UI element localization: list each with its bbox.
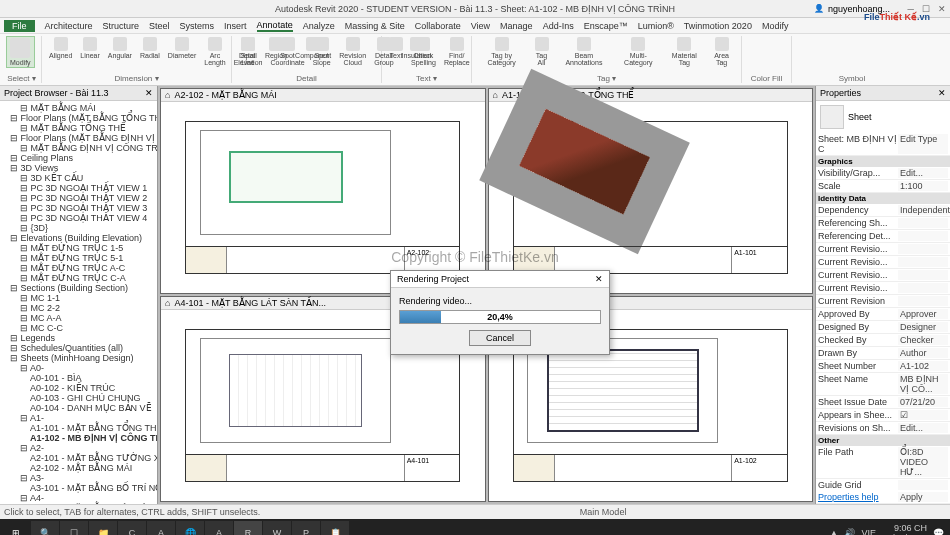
taskbar-app[interactable]: A	[205, 521, 233, 535]
tree-item[interactable]: ⊟ MC 2-2	[2, 303, 155, 313]
tool-button[interactable]: Area Tag	[706, 36, 737, 67]
modify-button[interactable]: Modify	[6, 36, 35, 68]
task-view-button[interactable]: ☐	[60, 521, 88, 535]
tree-item[interactable]: ⊟ Sections (Building Section)	[2, 283, 155, 293]
tab-modify[interactable]: Modify	[762, 21, 789, 31]
system-tray[interactable]: ▲🔊VIE 9:06 CH21/07/2020 💬	[830, 523, 948, 535]
property-row[interactable]: Designed ByDesigner	[816, 321, 950, 334]
tree-item[interactable]: ⊟ Elevations (Building Elevation)	[2, 233, 155, 243]
tree-item[interactable]: ⊟ MẶT ĐỨNG TRỤC 1-5	[2, 243, 155, 253]
tab-architecture[interactable]: Architecture	[45, 21, 93, 31]
tool-button[interactable]: Multi- Category	[614, 36, 662, 67]
search-button[interactable]: 🔍	[31, 521, 59, 535]
tree-item[interactable]: A1-102 - MB ĐỊNH VỊ CÔNG TRÌNH	[2, 433, 155, 443]
tree-item[interactable]: A0-102 - KIẾN TRÚC	[2, 383, 155, 393]
tab-collaborate[interactable]: Collaborate	[415, 21, 461, 31]
tree-item[interactable]: ⊟ A4-	[2, 493, 155, 503]
close-icon[interactable]: ✕	[595, 274, 603, 284]
tree-item[interactable]: ⊟ PC 3D NGOẠI THẤT VIEW 4	[2, 213, 155, 223]
start-button[interactable]: ⊞	[2, 521, 30, 535]
property-row[interactable]: Guide Grid	[816, 479, 950, 491]
tree-item[interactable]: ⊟ Legends	[2, 333, 155, 343]
tree-item[interactable]: ⊟ MẶT BẰNG ĐỊNH VỊ CÔNG TRÌNH	[2, 143, 155, 153]
tab-steel[interactable]: Steel	[149, 21, 170, 31]
apply-button[interactable]: Apply	[898, 492, 948, 502]
property-row[interactable]: Appears in Shee...☑	[816, 409, 950, 422]
tree-item[interactable]: ⊟ A1-	[2, 413, 155, 423]
taskbar-app[interactable]: C	[118, 521, 146, 535]
tree-item[interactable]: ⊟ 3D KẾT CẤU	[2, 173, 155, 183]
tab-massing[interactable]: Massing & Site	[345, 21, 405, 31]
tree-item[interactable]: ⊟ A3-	[2, 473, 155, 483]
tree-item[interactable]: ⊟ MC A-A	[2, 313, 155, 323]
tree-item[interactable]: ⊟ {3D}	[2, 223, 155, 233]
tool-button[interactable]: Find/ Replace	[441, 36, 473, 67]
viewport-1[interactable]: ⌂A2-102 - MẶT BẰNG MÁI A2-102	[160, 88, 486, 294]
tab-addins[interactable]: Add-Ins	[543, 21, 574, 31]
tool-button[interactable]: Text	[386, 36, 406, 60]
tree-item[interactable]: ⊟ MẶT ĐỨNG TRỤC A-C	[2, 263, 155, 273]
tree-item[interactable]: ⊟ A0-	[2, 363, 155, 373]
tool-button[interactable]: Diameter	[165, 36, 199, 60]
property-row[interactable]: Current Revisio...	[816, 256, 950, 269]
home-icon[interactable]: ⌂	[165, 298, 170, 308]
tab-twinmotion[interactable]: Twinmotion 2020	[684, 21, 752, 31]
tool-button[interactable]: Detail Line	[236, 36, 260, 67]
tree-item[interactable]: ⊟ MẶT ĐỨNG TRỤC C-A	[2, 273, 155, 283]
tree-item[interactable]: ⊟ MC C-C	[2, 323, 155, 333]
property-row[interactable]: Scale1:100	[816, 180, 950, 193]
tab-annotate[interactable]: Annotate	[257, 20, 293, 32]
home-icon[interactable]: ⌂	[493, 90, 498, 100]
property-row[interactable]: Approved ByApprover	[816, 308, 950, 321]
tool-button[interactable]: Tag All	[529, 36, 553, 67]
tool-button[interactable]: Revision Cloud	[336, 36, 369, 67]
property-row[interactable]: File PathỔI:8D VIDEO HƯ...	[816, 446, 950, 479]
tab-lumion[interactable]: Lumion®	[638, 21, 674, 31]
property-row[interactable]: Referencing Sh...	[816, 217, 950, 230]
project-tree[interactable]: ⊟ MẶT BẰNG MÁI⊟ Floor Plans (MẶT BẰNG TỔ…	[0, 101, 157, 504]
tool-button[interactable]: Linear	[77, 36, 102, 60]
close-icon[interactable]: ✕	[938, 88, 946, 98]
tool-button[interactable]: Beam Annotations	[556, 36, 613, 67]
tab-insert[interactable]: Insert	[224, 21, 247, 31]
tree-item[interactable]: A3-101 - MẶT BẰNG BỐ TRÍ NỘI THẤT TẦNG	[2, 483, 155, 493]
file-tab[interactable]: File	[4, 20, 35, 32]
tree-item[interactable]: A0-104 - DANH MỤC BẢN VẼ	[2, 403, 155, 413]
taskbar-app[interactable]: A	[147, 521, 175, 535]
tool-button[interactable]: Arc Length	[201, 36, 228, 67]
tree-item[interactable]: ⊟ Sheets (MinhHoang Design)	[2, 353, 155, 363]
tab-structure[interactable]: Structure	[103, 21, 140, 31]
tree-item[interactable]: ⊟ PC 3D NGOẠI THẤT VIEW 1	[2, 183, 155, 193]
property-row[interactable]: Sheet NumberA1-102	[816, 360, 950, 373]
tree-item[interactable]: ⊟ Ceiling Plans	[2, 153, 155, 163]
tree-item[interactable]: A0-103 - GHI CHÚ CHUNG	[2, 393, 155, 403]
taskbar-app[interactable]: 📋	[321, 521, 349, 535]
property-row[interactable]: Drawn ByAuthor	[816, 347, 950, 360]
property-row[interactable]: Current Revision	[816, 295, 950, 308]
tool-button[interactable]: Component	[292, 36, 334, 60]
tab-manage[interactable]: Manage	[500, 21, 533, 31]
tree-item[interactable]: ⊟ MẶT BẰNG TỔNG THỂ	[2, 123, 155, 133]
home-icon[interactable]: ⌂	[165, 90, 170, 100]
tab-enscape[interactable]: Enscape™	[584, 21, 628, 31]
viewport-2[interactable]: ⌂A1-101 - MẶT BẰNG TỔNG THỂ A1-101	[488, 88, 814, 294]
taskbar-app[interactable]: R	[234, 521, 262, 535]
property-row[interactable]: Current Revisio...	[816, 269, 950, 282]
taskbar-app[interactable]: 📁	[89, 521, 117, 535]
property-row[interactable]: Current Revisio...	[816, 243, 950, 256]
property-row[interactable]: Sheet Issue Date07/21/20	[816, 396, 950, 409]
property-row[interactable]: Current Revisio...	[816, 282, 950, 295]
property-row[interactable]: Visibility/Grap...Edit...	[816, 167, 950, 180]
property-row[interactable]: Sheet NameMB ĐỊNH VỊ CÔ...	[816, 373, 950, 396]
tree-item[interactable]: A0-101 - BÌA	[2, 373, 155, 383]
property-row[interactable]: Revisions on Sh...Edit...	[816, 422, 950, 435]
tree-item[interactable]: ⊟ 3D Views	[2, 163, 155, 173]
tab-systems[interactable]: Systems	[180, 21, 215, 31]
tree-item[interactable]: ⊟ A2-	[2, 443, 155, 453]
cancel-button[interactable]: Cancel	[469, 330, 531, 346]
tree-item[interactable]: A2-102 - MẶT BẰNG MÁI	[2, 463, 155, 473]
tool-button[interactable]: Check Spelling	[408, 36, 439, 67]
close-icon[interactable]: ✕	[145, 88, 153, 98]
tree-item[interactable]: A4-101 - MẶT BẰNG LÁT SÀN TẦNG 1	[2, 503, 155, 504]
tool-button[interactable]: Tag by Category	[476, 36, 527, 67]
